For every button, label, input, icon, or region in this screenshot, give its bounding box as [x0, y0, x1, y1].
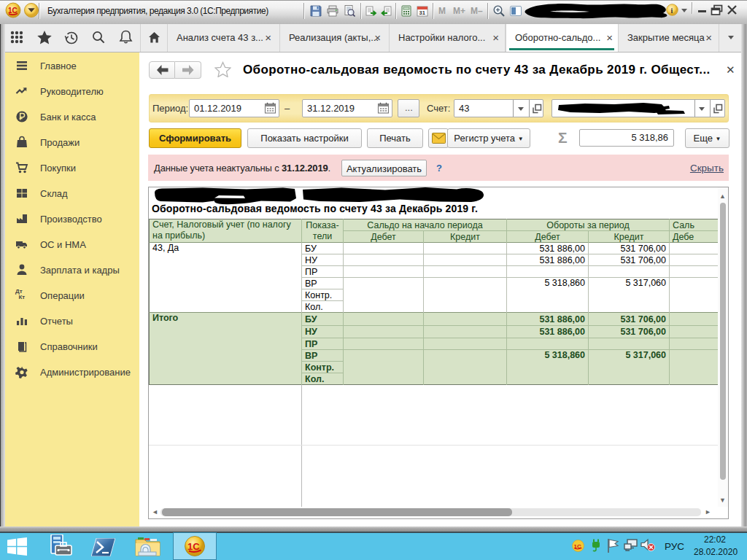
svg-text:i: i: [671, 7, 673, 15]
svg-text:1С: 1С: [8, 7, 18, 15]
svg-text:31: 31: [419, 9, 425, 16]
